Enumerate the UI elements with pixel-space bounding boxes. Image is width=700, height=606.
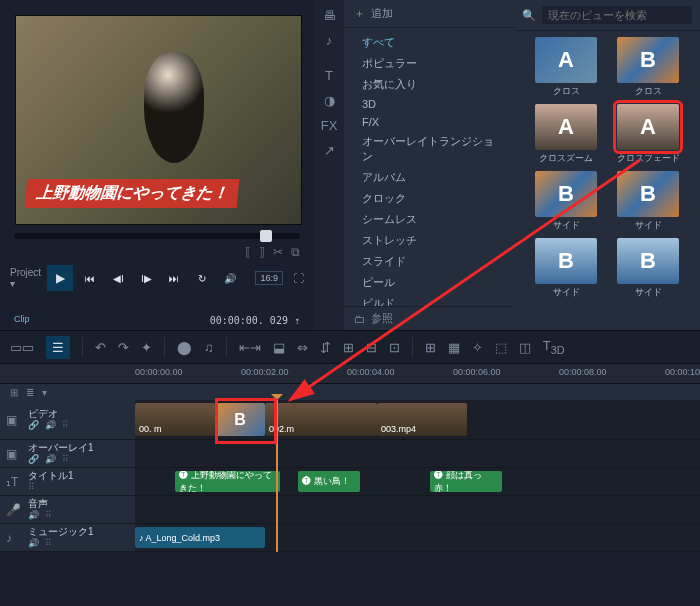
multicam-icon[interactable]: ◫ (519, 340, 531, 355)
snap-icon[interactable]: ⇤⇥ (239, 340, 261, 355)
category-item[interactable]: アルバム (344, 167, 514, 188)
category-item[interactable]: ストレッチ (344, 230, 514, 251)
browse-row[interactable]: 🗀 参照 (344, 306, 514, 330)
track-label: 音声 (28, 498, 52, 510)
sound-tab-icon[interactable]: ♪ (326, 33, 333, 48)
autoscroll-icon[interactable]: ⇔ (297, 340, 308, 355)
transition-thumb[interactable]: Bサイド (612, 238, 684, 299)
category-item[interactable]: クロック (344, 188, 514, 209)
playback-mode-label[interactable]: Project Clip ▾ (10, 267, 41, 289)
snapshot-icon[interactable]: ⧉ (291, 245, 300, 259)
overlay-track-icon: ▣ (6, 447, 22, 461)
tracktool-3-icon[interactable]: ⊡ (389, 340, 400, 355)
goto-end-button[interactable]: ⏭ (163, 267, 185, 289)
group-icon[interactable]: ▦ (448, 340, 460, 355)
search-input[interactable] (542, 6, 692, 24)
category-item[interactable]: ビルド (344, 293, 514, 306)
transition-thumb[interactable]: Aクロスフェード (612, 104, 684, 165)
category-item[interactable]: スライド (344, 251, 514, 272)
lock-icon[interactable]: ⠿ (62, 420, 69, 431)
marker-icon[interactable]: ⬓ (273, 340, 285, 355)
mute-icon[interactable]: 🔊 (45, 420, 56, 431)
track-menu-icon[interactable]: ≣ (26, 387, 34, 398)
category-item[interactable]: オーバーレイトランジション (344, 131, 514, 167)
scrubber[interactable] (14, 233, 300, 239)
preview-viewport[interactable]: 上野動物園にやってきた！ (15, 15, 302, 225)
filter-tab-icon[interactable]: FX (321, 118, 338, 133)
tracking-icon[interactable]: ✧ (472, 340, 483, 355)
track-label: ビデオ (28, 408, 69, 420)
audio-clip[interactable]: ♪ A_Long_Cold.mp3 (135, 527, 265, 548)
category-item[interactable]: ポピュラー (344, 53, 514, 74)
subtitle-icon[interactable]: ⬚ (495, 340, 507, 355)
undo-icon[interactable]: ↶ (95, 340, 106, 355)
tracktool-2-icon[interactable]: ⊟ (366, 340, 377, 355)
track-music: ♪ ミュージック1 🔊 ⠿ ♪ A_Long_Cold.mp3 (0, 524, 700, 552)
guides-icon[interactable]: ⊞ (425, 340, 436, 355)
transition-thumb[interactable]: Bサイド (612, 171, 684, 232)
video-track-body[interactable]: 00. mB002.m003.mp4 (135, 400, 700, 439)
volume-button[interactable]: 🔊 (219, 267, 241, 289)
overlay-track-body[interactable] (135, 440, 700, 467)
timecode[interactable]: 00:00:00. 029 ⇡ (210, 315, 300, 326)
title-clip[interactable]: 🅣 黒い鳥！ (298, 471, 360, 492)
category-item[interactable]: お気に入り (344, 74, 514, 95)
category-item[interactable]: ピール (344, 272, 514, 293)
video-clip[interactable]: 002.m (265, 403, 377, 436)
transition-thumb[interactable]: Bサイド (530, 171, 602, 232)
playhead[interactable] (276, 400, 278, 552)
split-icon[interactable]: ✂ (273, 245, 283, 259)
title-clip[interactable]: 🅣 顔は真っ赤！ (430, 471, 502, 492)
link-icon[interactable]: 🔗 (28, 420, 39, 431)
add-button[interactable]: ＋ 追加 (344, 0, 514, 28)
category-item[interactable]: F/X (344, 113, 514, 131)
thumb-label: クロス (635, 85, 662, 98)
loop-button[interactable]: ↻ (191, 267, 213, 289)
transition-thumb[interactable]: Aクロス (530, 37, 602, 98)
voice-track-icon: 🎤 (6, 503, 22, 517)
transition-thumb[interactable]: Bクロス (612, 37, 684, 98)
path-tab-icon[interactable]: ↗ (324, 143, 335, 158)
record-icon[interactable]: ⬤ (177, 340, 192, 355)
transition-thumb[interactable]: Bサイド (530, 238, 602, 299)
category-item[interactable]: シームレス (344, 209, 514, 230)
ruler-tick: 00:00:06.00 (453, 367, 501, 377)
title-track-body[interactable]: 🅣 上野動物園にやってきた！🅣 黒い鳥！🅣 顔は真っ赤！ (135, 468, 700, 495)
search-icon: 🔍 (522, 9, 536, 22)
title-clip[interactable]: 🅣 上野動物園にやってきた！ (175, 471, 280, 492)
preview-subject (144, 53, 204, 163)
transition-clip[interactable]: B (215, 403, 265, 436)
prev-frame-button[interactable]: ◀Ⅰ (107, 267, 129, 289)
media-tab-icon[interactable]: 🖶 (323, 8, 336, 23)
timeline-view-icon[interactable]: ☰ (46, 336, 70, 359)
add-track-icon[interactable]: ⊞ (10, 387, 18, 398)
tracktool-1-icon[interactable]: ⊞ (343, 340, 354, 355)
redo-icon[interactable]: ↷ (118, 340, 129, 355)
transition-thumb[interactable]: Aクロスズーム (530, 104, 602, 165)
goto-start-button[interactable]: ⏮ (79, 267, 101, 289)
mark-out-icon[interactable]: ⟧ (259, 245, 265, 259)
storyboard-view-icon[interactable]: ▭▭ (10, 340, 34, 355)
voice-track-body[interactable] (135, 496, 700, 523)
video-clip[interactable]: 00. m (135, 403, 215, 436)
track-label: ミュージック1 (28, 526, 94, 538)
aspect-badge[interactable]: 16:9 (255, 271, 283, 285)
tools-icon[interactable]: ✦ (141, 340, 152, 355)
next-frame-button[interactable]: Ⅰ▶ (135, 267, 157, 289)
category-item[interactable]: すべて (344, 32, 514, 53)
title-tab-icon[interactable]: T (325, 68, 333, 83)
graphic-tab-icon[interactable]: ◑ (324, 93, 335, 108)
ruler-tick: 00:00:04.00 (347, 367, 395, 377)
mark-in-icon[interactable]: ⟦ (245, 245, 251, 259)
video-clip[interactable]: 003.mp4 (377, 403, 467, 436)
fullscreen-icon[interactable]: ⛶ (293, 272, 304, 284)
category-item[interactable]: 3D (344, 95, 514, 113)
track-sort-icon[interactable]: ▾ (42, 387, 47, 398)
mixer-icon[interactable]: ♫ (204, 340, 214, 355)
play-button[interactable]: ▶ (47, 265, 73, 291)
ripple-icon[interactable]: ⇵ (320, 340, 331, 355)
timeline-ruler[interactable]: 00:00:00.0000:00:02.0000:00:04.0000:00:0… (0, 364, 700, 384)
3d-title-icon[interactable]: T3D (543, 338, 565, 356)
music-track-body[interactable]: ♪ A_Long_Cold.mp3 (135, 524, 700, 551)
track-overlay: ▣ オーバーレイ1 🔗 🔊 ⠿ (0, 440, 700, 468)
